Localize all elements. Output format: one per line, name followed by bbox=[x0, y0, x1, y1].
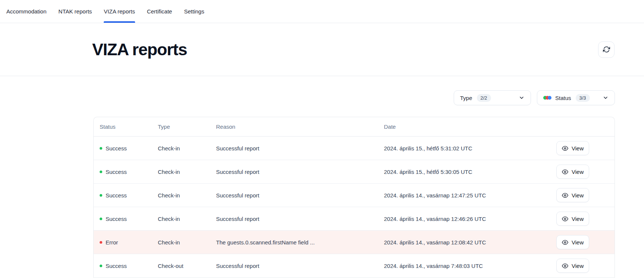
table-row: Success Check-in Successful report 2024.… bbox=[94, 160, 615, 184]
tab-label: Certificate bbox=[147, 8, 172, 15]
reports-table: Status Type Reason Date Success Check-in… bbox=[93, 117, 615, 278]
view-button[interactable]: View bbox=[556, 141, 589, 155]
status-dot bbox=[100, 147, 102, 150]
top-nav: Accommodation NTAK reports VIZA reports … bbox=[0, 0, 644, 23]
type-cell: Check-in bbox=[158, 216, 216, 222]
type-cell: Check-in bbox=[158, 169, 216, 175]
eye-icon bbox=[562, 216, 568, 222]
tab-viza-reports[interactable]: VIZA reports bbox=[104, 0, 135, 23]
table-row: Success Check-in Successful report 2024.… bbox=[94, 137, 615, 160]
status-dot bbox=[100, 241, 102, 244]
date-cell: 2024. április 15., hétfő 5:31:02 UTC bbox=[384, 145, 556, 152]
view-button-label: View bbox=[572, 216, 584, 222]
status-label: Success bbox=[106, 145, 127, 152]
view-button-label: View bbox=[572, 169, 584, 175]
tab-certificate[interactable]: Certificate bbox=[147, 0, 172, 23]
view-button-label: View bbox=[572, 145, 584, 152]
page-header: VIZA reports bbox=[0, 23, 644, 76]
date-cell: 2024. április 14., vasárnap 12:46:26 UTC bbox=[384, 216, 556, 222]
date-cell: 2024. április 14., vasárnap 12:08:42 UTC bbox=[384, 239, 556, 246]
tab-settings[interactable]: Settings bbox=[184, 0, 204, 23]
view-button-label: View bbox=[572, 239, 584, 246]
status-filter-count-badge: 3/3 bbox=[576, 94, 590, 102]
column-header-date: Date bbox=[384, 124, 556, 130]
tab-label: VIZA reports bbox=[104, 8, 135, 15]
column-header-status: Status bbox=[100, 124, 158, 130]
type-filter-label: Type bbox=[460, 95, 472, 101]
table-header: Status Type Reason Date bbox=[94, 117, 615, 137]
reason-cell: Successful report bbox=[216, 145, 384, 152]
status-dot bbox=[100, 171, 102, 173]
eye-icon bbox=[562, 192, 568, 199]
table-row: Success Check-out Successful report 2024… bbox=[94, 254, 615, 278]
chevron-down-icon bbox=[519, 95, 525, 101]
status-label: Success bbox=[106, 216, 127, 222]
table-row: Success Check-in Successful report 2024.… bbox=[94, 207, 615, 231]
status-filter-dropdown[interactable]: Status 3/3 bbox=[537, 90, 615, 105]
tab-ntak-reports[interactable]: NTAK reports bbox=[59, 0, 92, 23]
type-cell: Check-in bbox=[158, 192, 216, 199]
view-button[interactable]: View bbox=[556, 188, 589, 202]
eye-icon bbox=[562, 263, 568, 269]
type-filter-dropdown[interactable]: Type 2/2 bbox=[454, 90, 531, 105]
refresh-icon bbox=[603, 46, 610, 53]
view-button[interactable]: View bbox=[556, 165, 589, 179]
chevron-down-icon bbox=[603, 95, 609, 101]
status-filter-label: Status bbox=[555, 95, 571, 101]
filters-bar: Type 2/2 Status 3/3 bbox=[0, 90, 644, 105]
tab-label: Settings bbox=[184, 8, 204, 15]
date-cell: 2024. április 15., hétfő 5:30:05 UTC bbox=[384, 169, 556, 175]
tab-label: NTAK reports bbox=[59, 8, 92, 15]
eye-icon bbox=[562, 145, 568, 152]
view-button[interactable]: View bbox=[556, 259, 589, 273]
eye-icon bbox=[562, 239, 568, 246]
status-filter-dots bbox=[543, 96, 551, 100]
reason-cell: Successful report bbox=[216, 263, 384, 269]
type-cell: Check-out bbox=[158, 263, 216, 269]
column-header-type: Type bbox=[158, 124, 216, 130]
date-cell: 2024. április 14., vasárnap 7:48:03 UTC bbox=[384, 263, 556, 269]
status-dot bbox=[100, 265, 102, 267]
reason-cell: Successful report bbox=[216, 192, 384, 199]
status-label: Success bbox=[106, 169, 127, 175]
page-title: VIZA reports bbox=[92, 40, 187, 59]
tab-accommodation[interactable]: Accommodation bbox=[6, 0, 47, 23]
reason-cell: The guests.0.scanned.firstName field ... bbox=[216, 239, 384, 246]
status-label: Success bbox=[106, 263, 127, 269]
table-row: Error Check-in The guests.0.scanned.firs… bbox=[94, 231, 615, 254]
type-filter-count-badge: 2/2 bbox=[477, 94, 491, 102]
tab-label: Accommodation bbox=[6, 8, 47, 15]
column-header-reason: Reason bbox=[216, 124, 384, 130]
status-dot bbox=[100, 218, 102, 220]
view-button-label: View bbox=[572, 192, 584, 199]
refresh-button[interactable] bbox=[598, 41, 615, 58]
eye-icon bbox=[562, 169, 568, 175]
status-dot-info bbox=[548, 96, 551, 100]
date-cell: 2024. április 14., vasárnap 12:47:25 UTC bbox=[384, 192, 556, 199]
status-label: Error bbox=[106, 239, 118, 246]
reason-cell: Successful report bbox=[216, 169, 384, 175]
view-button-label: View bbox=[572, 263, 584, 269]
type-cell: Check-in bbox=[158, 239, 216, 246]
view-button[interactable]: View bbox=[556, 212, 589, 226]
reason-cell: Successful report bbox=[216, 216, 384, 222]
type-cell: Check-in bbox=[158, 145, 216, 152]
table-row: Success Check-in Successful report 2024.… bbox=[94, 184, 615, 207]
view-button[interactable]: View bbox=[556, 235, 589, 249]
status-label: Success bbox=[106, 192, 127, 199]
status-dot bbox=[100, 194, 102, 197]
